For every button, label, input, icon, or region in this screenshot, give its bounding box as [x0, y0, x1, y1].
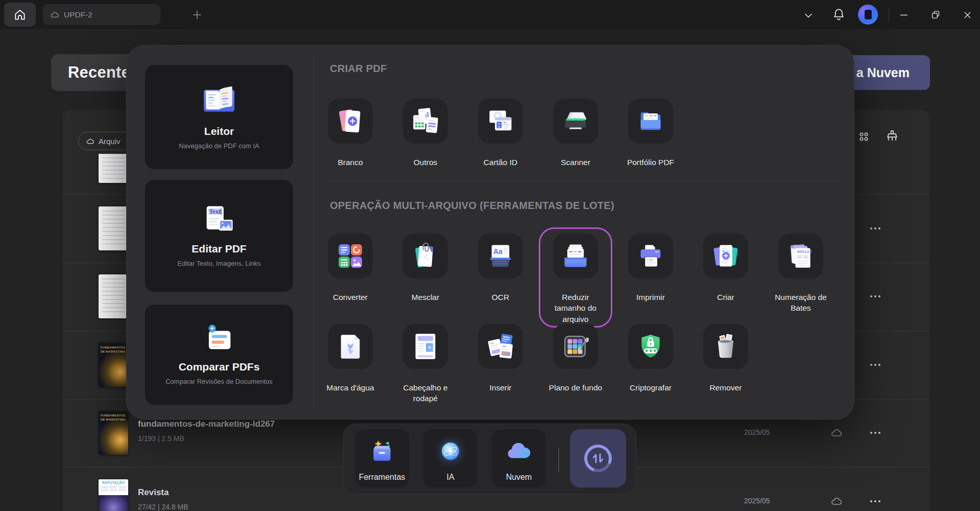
tool-label: Reduzir tamanho do arquivo: [545, 292, 606, 324]
file-meta: 27/42 | 24.8 MB: [138, 503, 188, 511]
notifications-button[interactable]: [830, 6, 847, 24]
close-button[interactable]: [960, 9, 974, 21]
tool-tile: [328, 99, 373, 144]
card-title: Editar PDF: [192, 243, 246, 255]
home-button[interactable]: [4, 3, 36, 27]
compare-pdfs-icon: [204, 324, 234, 352]
tool-criptografar[interactable]: ✱ ✱ ✱ Criptografar: [613, 324, 688, 393]
tool-cabecalho-rodape[interactable]: Cabeçalho e rodapé: [388, 324, 463, 404]
tools-box-icon: [369, 429, 395, 473]
ai-orb-icon: [438, 429, 463, 473]
row-menu-button[interactable]: [869, 497, 881, 505]
tool-label: Remover: [710, 382, 742, 393]
user-avatar[interactable]: [858, 5, 878, 25]
clear-broom-icon[interactable]: [884, 128, 900, 144]
tool-ocr[interactable]: Aa OCR: [463, 234, 538, 303]
encrypt-shield-icon: ✱ ✱ ✱: [637, 333, 664, 360]
expand-menu-button[interactable]: [801, 9, 816, 21]
row-menu-button[interactable]: [869, 224, 881, 233]
tool-converter[interactable]: Converter: [313, 234, 388, 303]
thumbnail-cover-text: Fundamentos de Marketing: [99, 411, 128, 424]
watermark-icon: [338, 333, 363, 360]
page-title: Recente: [68, 63, 130, 82]
compress-file-icon: [561, 242, 590, 270]
dock-item-nuvem[interactable]: Nuvem: [492, 429, 546, 487]
tool-tile: [628, 234, 673, 278]
tool-cartao-id[interactable]: Cartão ID: [463, 99, 538, 168]
tool-tile: ✱ ✱ ✱: [628, 324, 673, 369]
other-documents-icon: [411, 107, 440, 135]
new-tab-button[interactable]: [190, 8, 204, 22]
grid-view-icon[interactable]: [857, 130, 871, 144]
card-subtitle: Navegação de PDF com IA: [179, 142, 259, 150]
row-menu-button[interactable]: [869, 429, 881, 437]
thumbnail-cover-image: [99, 495, 128, 511]
dock-item-ia[interactable]: IA: [423, 429, 477, 487]
document-tab-label: UPDF-2: [64, 10, 92, 19]
tool-reduzir-tamanho[interactable]: Reduzir tamanho do arquivo: [538, 234, 613, 324]
dock-item-label: IA: [446, 473, 454, 482]
tool-branco[interactable]: Branco: [313, 99, 388, 168]
tool-plano-de-fundo[interactable]: Plano de fundo: [538, 324, 613, 393]
edit-pdf-icon: Text: [203, 205, 235, 234]
card-leitor[interactable]: Leitor Navegação de PDF com IA: [145, 65, 293, 169]
thumbnail-cover-text: Fundamentos de Marketing: [99, 343, 128, 356]
document-tab[interactable]: UPDF-2: [43, 4, 160, 25]
tool-label: Scanner: [561, 157, 590, 168]
tool-tile: 000123: [778, 234, 823, 278]
scanner-icon: [561, 108, 590, 134]
dock-item-transfer[interactable]: [570, 429, 626, 487]
restore-button[interactable]: [928, 9, 943, 21]
titlebar: UPDF-2: [0, 0, 980, 29]
tool-label: Mesclar: [412, 292, 439, 303]
tools-popup: Leitor Navegação de PDF com IA Text Edit…: [126, 45, 854, 420]
tool-tile: [403, 234, 448, 278]
tool-tile: [478, 324, 523, 369]
app-window: Recente a Nuvem Fundamentos de Marketing…: [0, 0, 980, 511]
card-editar-pdf[interactable]: Text Editar PDF Editar Texto, Imagens, L…: [145, 180, 293, 292]
tool-outros[interactable]: Outros: [388, 99, 463, 168]
print-icon: [636, 243, 665, 269]
minimize-button[interactable]: [897, 9, 911, 21]
convert-icon: [337, 243, 364, 269]
card-comparar-pdfs[interactable]: Comparar PDFs Comparar Revisões de Docum…: [145, 305, 293, 405]
close-icon: [962, 10, 973, 20]
tool-imprimir[interactable]: Imprimir: [613, 234, 688, 303]
file-date: 2025/05: [744, 428, 770, 436]
tool-label: Portfólio PDF: [627, 157, 674, 168]
blank-pdf-icon: [337, 107, 364, 135]
tool-marca-dagua[interactable]: Marca d'água: [313, 324, 388, 393]
dock-item-label: Ferramentas: [359, 473, 405, 482]
tool-inserir[interactable]: Inserir: [463, 324, 538, 393]
tool-numeracao-bates[interactable]: 000123 Numeração de Bates: [763, 234, 838, 314]
tool-remover[interactable]: Remover: [688, 324, 763, 393]
bates-numbering-icon: 000123: [787, 242, 815, 270]
titlebar-divider: [889, 8, 889, 22]
card-subtitle: Comparar Revisões de Documentos: [165, 378, 273, 385]
sync-progress-icon: [582, 442, 614, 475]
pdf-portfolio-icon: [636, 108, 665, 134]
svg-text:Text: Text: [209, 207, 221, 215]
tool-tile: Aa: [478, 234, 523, 278]
svg-text:✱ ✱ ✱: ✱ ✱ ✱: [645, 349, 657, 353]
tool-tile: [553, 99, 598, 144]
dock-item-ferramentas[interactable]: Ferramentas: [355, 429, 409, 487]
tool-portfolio-pdf[interactable]: Portfólio PDF: [613, 99, 688, 168]
cloud-icon: [86, 137, 94, 146]
reader-book-icon: [199, 84, 239, 116]
row-menu-button[interactable]: [869, 292, 881, 300]
file-name: fundamentos-de-marketing-ld267: [138, 419, 275, 429]
tool-label: Imprimir: [636, 292, 665, 303]
avatar-logo: [865, 10, 872, 19]
remove-trash-icon: [712, 333, 739, 360]
tool-criar[interactable]: Criar: [688, 234, 763, 303]
file-thumbnail: REPUTAÇÃO: [99, 479, 128, 511]
row-menu-button[interactable]: [869, 361, 881, 369]
tool-tile: [328, 324, 373, 369]
cloud-storage-button-label: a Nuvem: [856, 65, 910, 80]
tool-scanner[interactable]: Scanner: [538, 99, 613, 168]
tool-mesclar[interactable]: Mesclar: [388, 234, 463, 303]
file-thumbnail: [99, 274, 128, 318]
tool-tile: [703, 324, 748, 369]
dock-divider: [558, 448, 559, 472]
